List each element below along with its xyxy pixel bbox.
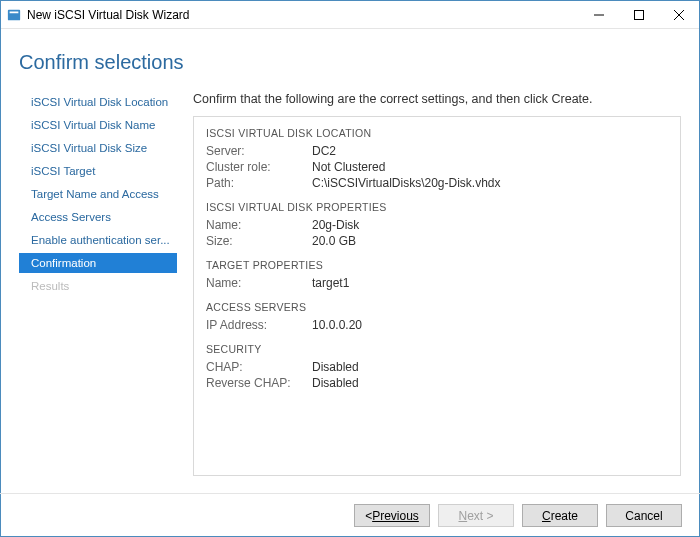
page-title: Confirm selections	[1, 29, 699, 92]
titlebar: New iSCSI Virtual Disk Wizard	[1, 1, 699, 29]
window-title: New iSCSI Virtual Disk Wizard	[27, 8, 579, 22]
summary-panel: ISCSI VIRTUAL DISK LOCATION Server:DC2 C…	[193, 116, 681, 476]
reverse-chap-label: Reverse CHAP:	[206, 376, 312, 390]
step-location[interactable]: iSCSI Virtual Disk Location	[19, 92, 177, 112]
next-button: Next >	[438, 504, 514, 527]
section-security-title: SECURITY	[206, 343, 668, 355]
create-button[interactable]: Create	[522, 504, 598, 527]
row-server: Server:DC2	[206, 143, 668, 159]
row-chap: CHAP:Disabled	[206, 359, 668, 375]
cluster-value: Not Clustered	[312, 160, 385, 174]
close-button[interactable]	[659, 1, 699, 29]
row-ip: IP Address:10.0.0.20	[206, 317, 668, 333]
server-value: DC2	[312, 144, 336, 158]
disk-name-value: 20g-Disk	[312, 218, 359, 232]
content-area: iSCSI Virtual Disk Location iSCSI Virtua…	[1, 92, 699, 476]
ip-value: 10.0.0.20	[312, 318, 362, 332]
target-name-label: Name:	[206, 276, 312, 290]
target-name-value: target1	[312, 276, 349, 290]
disk-name-label: Name:	[206, 218, 312, 232]
svg-rect-0	[8, 9, 20, 20]
svg-rect-1	[10, 11, 19, 13]
cluster-label: Cluster role:	[206, 160, 312, 174]
step-access-servers[interactable]: Access Servers	[19, 207, 177, 227]
step-name[interactable]: iSCSI Virtual Disk Name	[19, 115, 177, 135]
disk-size-label: Size:	[206, 234, 312, 248]
chap-value: Disabled	[312, 360, 359, 374]
step-results: Results	[19, 276, 177, 296]
row-disk-size: Size:20.0 GB	[206, 233, 668, 249]
instruction-text: Confirm that the following are the corre…	[193, 92, 681, 106]
row-cluster: Cluster role:Not Clustered	[206, 159, 668, 175]
disk-size-value: 20.0 GB	[312, 234, 356, 248]
row-disk-name: Name:20g-Disk	[206, 217, 668, 233]
wizard-steps: iSCSI Virtual Disk Location iSCSI Virtua…	[19, 92, 177, 476]
step-authentication[interactable]: Enable authentication ser...	[19, 230, 177, 250]
step-target-name[interactable]: Target Name and Access	[19, 184, 177, 204]
svg-rect-3	[635, 10, 644, 19]
section-properties-title: ISCSI VIRTUAL DISK PROPERTIES	[206, 201, 668, 213]
ip-label: IP Address:	[206, 318, 312, 332]
button-bar: < Previous Next > Create Cancel	[0, 493, 700, 537]
previous-button-label: Previous	[372, 509, 419, 523]
section-target-title: TARGET PROPERTIES	[206, 259, 668, 271]
previous-button[interactable]: < Previous	[354, 504, 430, 527]
step-confirmation[interactable]: Confirmation	[19, 253, 177, 273]
cancel-button[interactable]: Cancel	[606, 504, 682, 527]
main-pane: Confirm that the following are the corre…	[177, 92, 681, 476]
section-access-title: ACCESS SERVERS	[206, 301, 668, 313]
path-value: C:\iSCSIVirtualDisks\20g-Disk.vhdx	[312, 176, 501, 190]
app-icon	[7, 8, 21, 22]
minimize-button[interactable]	[579, 1, 619, 29]
row-reverse-chap: Reverse CHAP:Disabled	[206, 375, 668, 391]
row-target-name: Name:target1	[206, 275, 668, 291]
server-label: Server:	[206, 144, 312, 158]
step-target[interactable]: iSCSI Target	[19, 161, 177, 181]
step-size[interactable]: iSCSI Virtual Disk Size	[19, 138, 177, 158]
section-location-title: ISCSI VIRTUAL DISK LOCATION	[206, 127, 668, 139]
row-path: Path:C:\iSCSIVirtualDisks\20g-Disk.vhdx	[206, 175, 668, 191]
reverse-chap-value: Disabled	[312, 376, 359, 390]
chap-label: CHAP:	[206, 360, 312, 374]
maximize-button[interactable]	[619, 1, 659, 29]
path-label: Path:	[206, 176, 312, 190]
